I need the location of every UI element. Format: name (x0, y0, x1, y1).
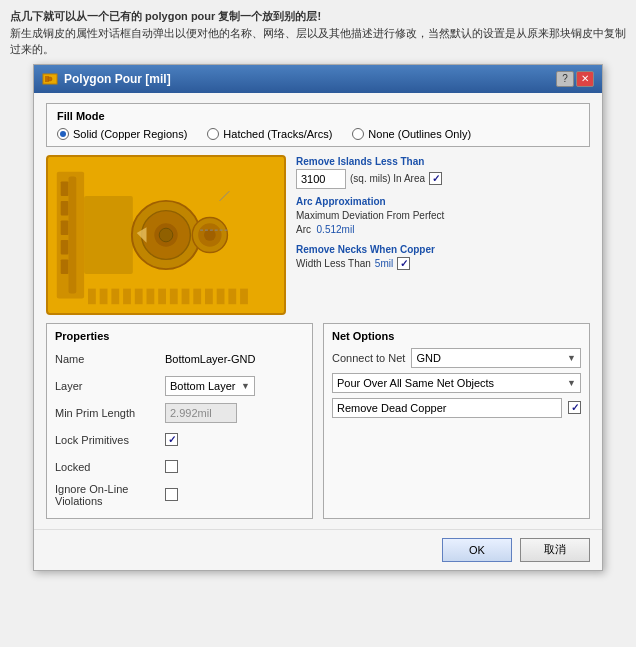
svg-rect-10 (69, 176, 77, 293)
prop-row-locked: Locked (55, 456, 304, 478)
pour-over-dropdown[interactable]: Pour Over All Same Net Objects ▼ (332, 373, 581, 393)
svg-rect-25 (147, 288, 155, 304)
layer-label: Layer (55, 380, 165, 392)
pcb-area: Remove Islands Less Than (sq. mils) In A… (46, 155, 590, 315)
fill-mode-row: Solid (Copper Regions) Hatched (Tracks/A… (57, 128, 579, 140)
svg-rect-20 (88, 288, 96, 304)
radio-none[interactable]: None (Outlines Only) (352, 128, 471, 140)
radio-hatched-circle (207, 128, 219, 140)
lock-primitives-label: Lock Primitives (55, 434, 165, 446)
close-button[interactable]: ✕ (576, 71, 594, 87)
connect-to-net-row: Connect to Net GND ▼ (332, 348, 581, 368)
ok-button[interactable]: OK (442, 538, 512, 562)
svg-rect-28 (182, 288, 190, 304)
svg-rect-7 (61, 220, 69, 235)
remove-dead-label: Remove Dead Copper (337, 402, 446, 414)
locked-checkbox[interactable] (165, 460, 178, 473)
net-options-title: Net Options (332, 330, 581, 342)
dialog-body: Fill Mode Solid (Copper Regions) Hatched… (34, 93, 602, 529)
svg-rect-30 (205, 288, 213, 304)
pour-over-value: Pour Over All Same Net Objects (337, 377, 494, 389)
intro-line1: 点几下就可以从一个已有的 polygon pour 复制一个放到别的层! (10, 10, 321, 22)
locked-label: Locked (55, 461, 165, 473)
connect-net-value: GND (416, 352, 440, 364)
svg-rect-11 (84, 196, 133, 274)
properties-box: Properties Name BottomLayer-GND Layer Bo… (46, 323, 313, 519)
radio-solid-circle (57, 128, 69, 140)
svg-rect-8 (61, 239, 69, 254)
remove-islands-checkbox[interactable] (429, 172, 442, 185)
radio-solid[interactable]: Solid (Copper Regions) (57, 128, 187, 140)
layer-dropdown[interactable]: Bottom Layer ▼ (165, 376, 255, 396)
svg-rect-6 (61, 200, 69, 215)
dialog-title: Polygon Pour [mil] (64, 72, 171, 86)
svg-rect-26 (158, 288, 166, 304)
radio-hatched-label: Hatched (Tracks/Arcs) (223, 128, 332, 140)
min-prim-input (165, 403, 237, 423)
remove-necks-checkbox[interactable] (397, 257, 410, 270)
radio-hatched[interactable]: Hatched (Tracks/Arcs) (207, 128, 332, 140)
intro-section: 点几下就可以从一个已有的 polygon pour 复制一个放到别的层! 新生成… (10, 8, 626, 58)
svg-rect-33 (240, 288, 248, 304)
svg-rect-24 (135, 288, 143, 304)
properties-title: Properties (55, 330, 304, 342)
name-value: BottomLayer-GND (165, 353, 255, 365)
svg-rect-32 (228, 288, 236, 304)
prop-row-lock-prims: Lock Primitives (55, 429, 304, 451)
remove-dead-checkbox[interactable] (568, 401, 581, 414)
svg-rect-27 (170, 288, 178, 304)
ignore-violations-label: Ignore On-Line Violations (55, 483, 165, 507)
name-label: Name (55, 353, 165, 365)
radio-none-label: None (Outlines Only) (368, 128, 471, 140)
necks-value: 5mil (375, 257, 393, 271)
annotation-remove-necks: Remove Necks When Copper Width Less Than… (296, 243, 590, 271)
svg-rect-29 (193, 288, 201, 304)
pcb-annotations: Remove Islands Less Than (sq. mils) In A… (296, 155, 590, 315)
svg-rect-31 (217, 288, 225, 304)
layer-dropdown-arrow: ▼ (241, 381, 250, 391)
svg-rect-23 (123, 288, 131, 304)
remove-islands-input[interactable] (296, 169, 346, 189)
connect-net-arrow: ▼ (567, 353, 576, 363)
svg-rect-21 (100, 288, 108, 304)
prop-row-layer: Layer Bottom Layer ▼ (55, 375, 304, 397)
remove-dead-field: Remove Dead Copper (332, 398, 562, 418)
svg-rect-22 (111, 288, 119, 304)
radio-solid-label: Solid (Copper Regions) (73, 128, 187, 140)
prop-row-name: Name BottomLayer-GND (55, 348, 304, 370)
annotation-arc-approx: Arc Approximation Maximum Deviation From… (296, 195, 590, 237)
connect-net-dropdown[interactable]: GND ▼ (411, 348, 581, 368)
remove-dead-row: Remove Dead Copper (332, 398, 581, 418)
bottom-area: Properties Name BottomLayer-GND Layer Bo… (46, 323, 590, 519)
dialog-footer: OK 取消 (34, 529, 602, 570)
svg-point-15 (159, 228, 173, 242)
help-button[interactable]: ? (556, 71, 574, 87)
svg-rect-5 (61, 181, 69, 196)
dialog-titlebar: Polygon Pour [mil] ? ✕ (34, 65, 602, 93)
polygon-pour-dialog: Polygon Pour [mil] ? ✕ Fill Mode Solid (… (33, 64, 603, 571)
net-options-box: Net Options Connect to Net GND ▼ Pour Ov… (323, 323, 590, 519)
fill-mode-section: Fill Mode Solid (Copper Regions) Hatched… (46, 103, 590, 147)
prop-row-min-prim: Min Prim Length (55, 402, 304, 424)
pcb-svg (48, 157, 284, 313)
ignore-violations-checkbox[interactable] (165, 488, 178, 501)
annotation-remove-islands: Remove Islands Less Than (sq. mils) In A… (296, 155, 590, 189)
pcb-illustration (46, 155, 286, 315)
pour-over-arrow: ▼ (567, 378, 576, 388)
min-prim-label: Min Prim Length (55, 407, 165, 419)
lock-primitives-checkbox[interactable] (165, 433, 178, 446)
fill-mode-title: Fill Mode (57, 110, 579, 122)
layer-dropdown-value: Bottom Layer (170, 380, 235, 392)
radio-none-circle (352, 128, 364, 140)
svg-point-2 (48, 77, 52, 81)
svg-point-19 (204, 229, 216, 241)
connect-label: Connect to Net (332, 352, 405, 364)
svg-rect-9 (61, 259, 69, 274)
prop-row-ignore-violations: Ignore On-Line Violations (55, 483, 304, 507)
dialog-icon (42, 71, 58, 87)
cancel-button[interactable]: 取消 (520, 538, 590, 562)
intro-line2: 新生成铜皮的属性对话框自动弹出以便对他的名称、网络、层以及其他描述进行修改，当然… (10, 27, 626, 56)
